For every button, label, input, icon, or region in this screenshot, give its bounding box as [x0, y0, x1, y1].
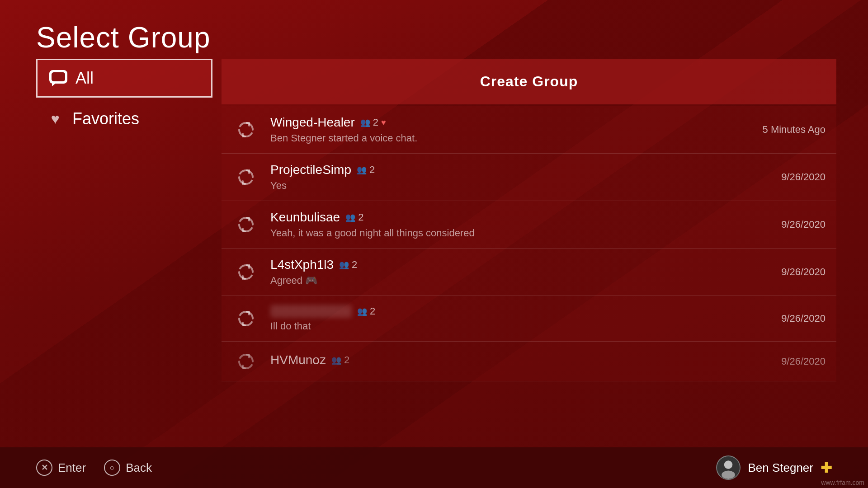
- sidebar-favorites-label: Favorites: [72, 109, 139, 128]
- group-info-2: ProjectileSimp 👥 2 Yes: [270, 163, 770, 192]
- group-meta: 👥 2: [345, 211, 363, 223]
- people-icon: 👥: [339, 260, 349, 270]
- group-meta: 👥 2: [339, 259, 357, 271]
- bottom-bar: ✕ Enter ○ Back Ben Stegner ✚: [0, 447, 868, 488]
- group-name: Keunbulisae: [270, 210, 340, 225]
- x-button[interactable]: ✕: [36, 460, 52, 476]
- group-message: Yes: [270, 180, 770, 192]
- group-timestamp: 9/26/2020: [781, 356, 826, 367]
- group-timestamp: 9/26/2020: [781, 219, 826, 230]
- list-item[interactable]: Winged-Healer 👥 2 ♥ Ben Stegner started …: [222, 106, 836, 154]
- group-timestamp: 5 Minutes Ago: [763, 124, 826, 136]
- people-icon: 👥: [357, 306, 367, 316]
- group-info-3: Keunbulisae 👥 2 Yeah, it was a good nigh…: [270, 210, 770, 239]
- member-count: 2: [370, 305, 375, 317]
- refresh-icon: [235, 118, 257, 141]
- enter-control: ✕ Enter: [36, 460, 86, 476]
- group-meta: 👥 2: [357, 164, 375, 176]
- group-list: Winged-Healer 👥 2 ♥ Ben Stegner started …: [222, 106, 836, 381]
- list-item[interactable]: ProjectileSimp 👥 2 Yes 9/26/2020: [222, 154, 836, 201]
- group-icon-4: [232, 258, 259, 286]
- enter-label: Enter: [58, 461, 86, 475]
- group-timestamp: 9/26/2020: [781, 266, 826, 278]
- avatar: [716, 455, 741, 480]
- group-info-4: L4stXph1l3 👥 2 Agreed 🎮: [270, 258, 770, 286]
- member-count: 2: [369, 164, 375, 176]
- member-count: 2: [352, 259, 357, 271]
- o-button[interactable]: ○: [104, 460, 120, 476]
- group-message: Ill do that: [270, 320, 770, 332]
- list-item[interactable]: L4stXph1l3 👥 2 Agreed 🎮 9/26/2020: [222, 249, 836, 296]
- group-name: HVMunoz: [270, 353, 326, 367]
- sidebar-item-favorites[interactable]: ♥ Favorites: [36, 102, 212, 136]
- o-icon: ○: [110, 463, 115, 473]
- avatar-image: [717, 455, 740, 480]
- people-icon: 👥: [360, 117, 370, 127]
- refresh-icon: [235, 166, 257, 188]
- user-section: Ben Stegner ✚: [716, 455, 832, 480]
- group-message: Ben Stegner started a voice chat.: [270, 132, 752, 144]
- people-icon: 👥: [331, 355, 341, 365]
- group-name-row: HVMunoz 👥 2: [270, 353, 770, 367]
- refresh-icon: [235, 261, 257, 283]
- group-name-row: L4stXph1l3 👥 2: [270, 258, 770, 272]
- group-name-row: Keunbulisae 👥 2: [270, 210, 770, 225]
- group-message: Yeah, it was a good night all things con…: [270, 227, 770, 239]
- plus-icon: ✚: [821, 460, 832, 476]
- group-message: Agreed 🎮: [270, 275, 770, 286]
- refresh-icon: [235, 350, 257, 373]
- sidebar: All ♥ Favorites: [36, 59, 212, 136]
- all-icon: [48, 68, 68, 88]
- page-container: Select Group All ♥ Favorites Create Grou…: [0, 0, 868, 488]
- group-timestamp: 9/26/2020: [781, 171, 826, 183]
- people-icon: 👥: [357, 165, 367, 175]
- refresh-icon: [235, 213, 257, 236]
- group-icon-3: [232, 211, 259, 238]
- group-info-5: 👥 2 Ill do that: [270, 305, 770, 332]
- group-name: ProjectileSimp: [270, 163, 351, 177]
- favorite-heart-icon: ♥: [381, 118, 386, 127]
- member-count: 2: [358, 211, 363, 223]
- group-icon-6: [232, 348, 259, 375]
- group-meta: 👥 2 ♥: [360, 117, 386, 128]
- back-control: ○ Back: [104, 460, 152, 476]
- group-meta: 👥 2: [357, 305, 375, 317]
- group-name-row: Winged-Healer 👥 2 ♥: [270, 115, 752, 130]
- group-name: Winged-Healer: [270, 115, 355, 130]
- create-group-button[interactable]: Create Group: [222, 59, 836, 104]
- sidebar-item-all[interactable]: All: [36, 59, 212, 98]
- member-count: 2: [344, 354, 349, 366]
- x-icon: ✕: [41, 463, 48, 473]
- group-timestamp: 9/26/2020: [781, 313, 826, 324]
- group-icon-2: [232, 164, 259, 191]
- list-item[interactable]: 👥 2 Ill do that 9/26/2020: [222, 296, 836, 342]
- main-content: Create Group Winged-Healer �: [222, 59, 836, 381]
- list-item[interactable]: Keunbulisae 👥 2 Yeah, it was a good nigh…: [222, 201, 836, 249]
- back-label: Back: [126, 461, 152, 475]
- member-count: 2: [373, 117, 378, 128]
- favorites-heart-icon: ♥: [47, 111, 63, 127]
- group-meta: 👥 2: [331, 354, 349, 366]
- refresh-icon: [235, 307, 257, 330]
- group-icon-5: [232, 305, 259, 332]
- blurred-group-name: [270, 305, 352, 318]
- svg-point-1: [724, 460, 733, 469]
- bottom-controls: ✕ Enter ○ Back: [36, 460, 152, 476]
- group-name-row: 👥 2: [270, 305, 770, 318]
- svg-point-2: [722, 470, 736, 479]
- sidebar-all-label: All: [75, 69, 94, 88]
- people-icon: 👥: [345, 212, 355, 222]
- group-info-6: HVMunoz 👥 2: [270, 353, 770, 370]
- list-item[interactable]: HVMunoz 👥 2 9/26/2020: [222, 342, 836, 381]
- group-name: L4stXph1l3: [270, 258, 334, 272]
- watermark: www.frfam.com: [821, 479, 864, 486]
- group-info-1: Winged-Healer 👥 2 ♥ Ben Stegner started …: [270, 115, 752, 144]
- group-name-row: ProjectileSimp 👥 2: [270, 163, 770, 177]
- page-title: Select Group: [36, 21, 211, 54]
- user-name: Ben Stegner: [748, 461, 813, 475]
- group-icon-1: [232, 116, 259, 143]
